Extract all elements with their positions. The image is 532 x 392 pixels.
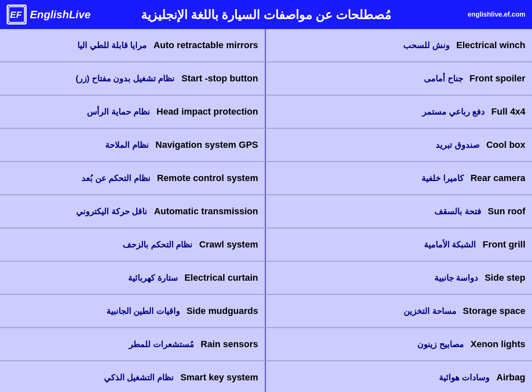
left-cell: واقيات الطين الجانبيةSide mudguards (0, 295, 266, 327)
english-term-right: Electrical winch (456, 40, 525, 51)
english-term-right: Airbag (496, 372, 525, 383)
left-cell: نظام حماية الرأسHead impact protection (0, 96, 266, 128)
english-term-right: Full 4x4 (491, 106, 525, 117)
table-row: ستارة كهربائيةElectrical curtainدواسة جا… (0, 262, 532, 295)
left-cell: مرايا قابلة للطي الياAuto retractable mi… (0, 29, 266, 61)
arabic-term-right: دفع رباعي مستمر (273, 107, 485, 117)
right-cell: مصابيح زينونXenon lights (266, 328, 532, 360)
logo-text: EnglishLive (30, 8, 91, 21)
right-cell: الشبكة الأماميةFront grill (266, 228, 532, 261)
table-row: مُستشعرات للمطرRain sensorsمصابيح زينونX… (0, 328, 532, 361)
arabic-term-left: ستارة كهربائية (7, 273, 178, 283)
table-row: نظام حماية الرأسHead impact protectionدف… (0, 96, 532, 129)
right-cell: كاميرا خلفيةRear camera (266, 162, 532, 194)
english-term-left: Navigation system GPS (155, 140, 258, 150)
english-term-right: Storage space (463, 306, 525, 316)
left-cell: ستارة كهربائيةElectrical curtain (0, 262, 266, 294)
english-term-left: Auto retractable mirrors (153, 40, 258, 51)
left-cell: نظام تشغيل بدون مفتاح (زر)Start -stop bu… (0, 62, 266, 95)
arabic-term-right: مصابيح زينون (273, 339, 464, 349)
english-term-left: Side mudguards (187, 306, 258, 316)
svg-text:EF: EF (10, 10, 22, 20)
arabic-term-right: وسادات هوائية (273, 372, 490, 382)
right-cell: فتحة بالسقفSun roof (266, 195, 532, 228)
english-term-right: Xenon lights (470, 339, 525, 350)
english-term-left: Electrical curtain (185, 272, 258, 283)
arabic-term-right: جناح أمامى (273, 74, 463, 83)
header: EF EnglishLive مُصطلحات عن مواصفات السيا… (0, 0, 532, 29)
table-row: مرايا قابلة للطي الياAuto retractable mi… (0, 29, 532, 62)
english-term-left: Rain sensors (201, 339, 258, 350)
arabic-term-left: نظام التحكم بالزحف (7, 240, 192, 250)
arabic-term-right: الشبكة الأمامية (273, 240, 476, 250)
arabic-term-left: مرايا قابلة للطي اليا (7, 40, 147, 50)
table-row: نظام تشغيل بدون مفتاح (زر)Start -stop bu… (0, 62, 532, 96)
arabic-term-left: ناقل حركة اليكتروني (7, 206, 147, 216)
page-title: مُصطلحات عن مواصفات السيارة باللغة الإنج… (98, 7, 434, 22)
english-term-right: Rear camera (470, 173, 525, 184)
logo-container: EF EnglishLive (7, 5, 98, 24)
right-cell: جناح أمامىFront spoiler (266, 62, 532, 95)
arabic-term-left: نظام التحكم عن بُعد (7, 173, 150, 183)
arabic-term-right: صندوق تبريد (273, 140, 480, 150)
left-cell: ناقل حركة اليكترونيAutomatic transmissio… (0, 195, 266, 228)
right-cell: صندوق تبريدCool box (266, 129, 532, 161)
english-term-right: Side step (485, 272, 525, 283)
english-term-right: Cool box (486, 140, 525, 150)
arabic-term-left: نظام تشغيل بدون مفتاح (زر) (7, 74, 175, 83)
english-term-right: Front spoiler (470, 73, 525, 84)
vocabulary-table: مرايا قابلة للطي الياAuto retractable mi… (0, 29, 532, 392)
arabic-term-right: فتحة بالسقف (273, 206, 481, 216)
table-row: نظام الملاحةNavigation system GPSصندوق ت… (0, 129, 532, 162)
table-row: واقيات الطين الجانبيةSide mudguardsمساحة… (0, 295, 532, 328)
table-row: نظام التشغيل الذكيSmart key systemوسادات… (0, 361, 532, 392)
arabic-term-right: دواسة جانبية (273, 273, 478, 283)
right-cell: وسادات هوائيةAirbag (266, 361, 532, 392)
english-term-left: Crawl system (199, 239, 258, 250)
arabic-term-left: نظام التشغيل الذكي (7, 372, 174, 382)
left-cell: نظام الملاحةNavigation system GPS (0, 129, 266, 161)
right-cell: دفع رباعي مستمرFull 4x4 (266, 96, 532, 128)
left-cell: نظام التحكم عن بُعدRemote control system (0, 162, 266, 194)
website-url: englishlive.ef.com (434, 11, 525, 18)
english-term-left: Smart key system (180, 372, 258, 383)
arabic-term-left: نظام الملاحة (7, 140, 149, 150)
left-cell: مُستشعرات للمطرRain sensors (0, 328, 266, 360)
arabic-term-left: واقيات الطين الجانبية (7, 306, 180, 316)
arabic-term-right: كاميرا خلفية (273, 173, 464, 183)
logo-icon: EF (7, 5, 27, 24)
english-term-right: Front grill (483, 239, 525, 250)
table-row: ناقل حركة اليكترونيAutomatic transmissio… (0, 195, 532, 228)
right-cell: ونش للسحبElectrical winch (266, 29, 532, 61)
english-term-left: Head impact protection (157, 106, 258, 117)
english-term-right: Sun roof (488, 206, 525, 217)
english-term-left: Automatic transmission (154, 206, 258, 217)
right-cell: دواسة جانبيةSide step (266, 262, 532, 294)
arabic-term-left: نظام حماية الرأس (7, 107, 150, 117)
arabic-term-right: مساحة التخزين (273, 306, 456, 316)
table-row: نظام التحكم بالزحفCrawl systemالشبكة الأ… (0, 228, 532, 262)
english-term-left: Start -stop button (181, 73, 258, 84)
table-row: نظام التحكم عن بُعدRemote control system… (0, 162, 532, 195)
left-cell: نظام التحكم بالزحفCrawl system (0, 228, 266, 261)
arabic-term-right: ونش للسحب (273, 40, 450, 50)
left-cell: نظام التشغيل الذكيSmart key system (0, 361, 266, 392)
english-term-left: Remote control system (157, 173, 258, 184)
right-cell: مساحة التخزينStorage space (266, 295, 532, 327)
arabic-term-left: مُستشعرات للمطر (7, 339, 194, 349)
